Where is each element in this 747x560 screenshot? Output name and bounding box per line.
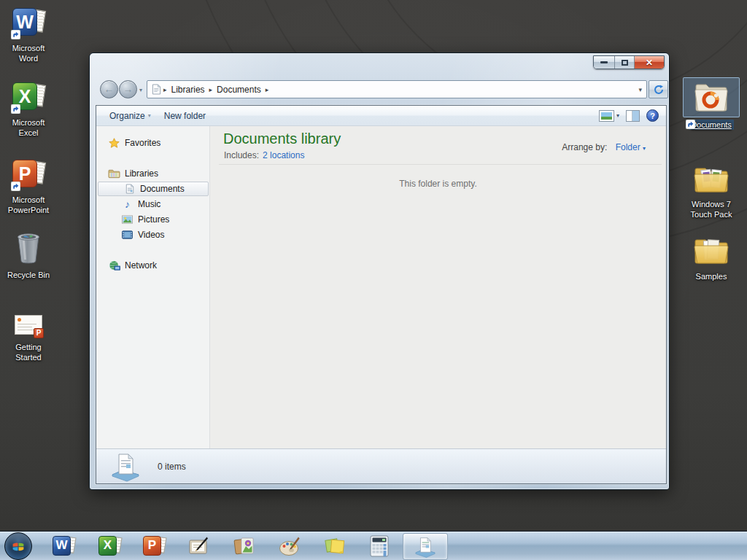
details-pane: 0 items bbox=[96, 448, 666, 483]
maximize-button[interactable] bbox=[615, 56, 635, 69]
calculator-icon bbox=[370, 535, 389, 557]
folder-contents-pane: Documents library Includes:2 locations A… bbox=[210, 126, 666, 448]
desktop-icon-documents[interactable]: Documents bbox=[683, 77, 740, 131]
desktop-icon-label: Microsoft Excel bbox=[3, 117, 54, 138]
desktop-icon-samples[interactable]: Samples bbox=[683, 232, 740, 282]
new-folder-button[interactable]: New folder bbox=[164, 111, 206, 121]
arrange-by-label: Arrange by: bbox=[562, 142, 607, 152]
sidebar-item-libraries[interactable]: Libraries bbox=[96, 166, 210, 181]
sidebar-item-label: Music bbox=[138, 199, 160, 209]
breadcrumb-separator: ▸ bbox=[207, 86, 215, 93]
header-divider bbox=[219, 164, 662, 165]
sidebar-item-label: Videos bbox=[138, 230, 164, 240]
shortcut-arrow-icon bbox=[11, 30, 20, 39]
library-title: Documents library bbox=[223, 131, 341, 147]
shortcut-arrow-icon bbox=[686, 120, 695, 129]
paint-icon bbox=[279, 536, 301, 556]
minimize-icon bbox=[600, 61, 608, 63]
sidebar-item-music[interactable]: ♪ Music bbox=[96, 197, 210, 211]
videos-icon bbox=[121, 230, 133, 239]
taskbar-powerpoint-button[interactable]: P bbox=[142, 534, 166, 558]
back-button[interactable]: ← bbox=[100, 80, 118, 98]
sidebar-item-label: Favorites bbox=[125, 138, 160, 148]
desktop-icon-label: Getting Started bbox=[3, 342, 54, 362]
address-bar[interactable]: ▸ Libraries ▸ Documents ▸ ▾ bbox=[147, 80, 647, 98]
desktop-icon-label: Microsoft PowerPoint bbox=[3, 195, 54, 215]
library-details-icon bbox=[109, 451, 142, 483]
desktop: W Microsoft Word X Microsoft Excel P Mic… bbox=[0, 0, 747, 560]
dropdown-icon: ▾ bbox=[643, 145, 646, 152]
dropdown-icon: ▾ bbox=[148, 112, 151, 119]
taskbar-explorer-button-active[interactable] bbox=[403, 533, 448, 560]
taskbar-calculator-button[interactable] bbox=[367, 534, 392, 558]
taskbar-journal-button[interactable] bbox=[186, 534, 211, 558]
sidebar-item-favorites[interactable]: Favorites bbox=[96, 136, 210, 150]
desktop-icon-microsoft-word[interactable]: W Microsoft Word bbox=[0, 4, 57, 64]
refresh-button[interactable] bbox=[649, 80, 668, 98]
sidebar-item-documents[interactable]: Documents bbox=[98, 182, 209, 196]
explorer-documents-icon bbox=[414, 535, 437, 559]
powerpoint-icon: P bbox=[11, 159, 46, 191]
sidebar-item-network[interactable]: Network bbox=[96, 258, 210, 273]
recent-pages-dropdown[interactable]: ▾ bbox=[139, 87, 142, 93]
close-button[interactable]: ✕ bbox=[635, 56, 664, 69]
taskbar-photo-gallery-button[interactable] bbox=[232, 534, 257, 558]
desktop-icon-windows7-touch-pack[interactable]: Windows 7 Touch Pack bbox=[683, 160, 740, 220]
taskbar-sticky-notes-button[interactable] bbox=[322, 534, 347, 558]
documents-folder-icon bbox=[692, 80, 730, 115]
close-icon: ✕ bbox=[646, 58, 653, 68]
sidebar-item-label: Libraries bbox=[125, 168, 158, 179]
pictures-icon bbox=[121, 215, 133, 224]
recycle-bin-icon bbox=[13, 230, 44, 265]
window-client-area: Organize ▾ New folder ▾ ? bbox=[96, 105, 667, 484]
arrange-by-value: Folder bbox=[616, 142, 640, 152]
excel-icon: X bbox=[11, 82, 46, 114]
windows-logo-icon bbox=[11, 540, 26, 553]
includes-label: Includes: bbox=[224, 150, 259, 160]
word-icon: W bbox=[51, 535, 76, 558]
minimize-button[interactable] bbox=[594, 56, 615, 69]
navigation-pane: Favorites Libraries Documents bbox=[96, 126, 210, 448]
library-includes: Includes:2 locations bbox=[224, 150, 304, 160]
shortcut-arrow-icon bbox=[11, 182, 20, 191]
taskbar: W X P bbox=[0, 531, 747, 560]
empty-folder-message: This folder is empty. bbox=[210, 179, 666, 189]
desktop-icon-getting-started[interactable]: P Getting Started bbox=[0, 312, 57, 363]
explorer-window: ✕ ← → ▾ ▸ Libraries ▸ Documents ▸ ▾ bbox=[89, 52, 670, 490]
getting-started-icon: P bbox=[13, 315, 44, 338]
organize-button[interactable]: Organize ▾ bbox=[109, 111, 151, 121]
maximize-icon bbox=[622, 60, 628, 66]
sidebar-item-label: Network bbox=[125, 260, 157, 271]
address-dropdown-icon[interactable]: ▾ bbox=[638, 86, 642, 93]
locations-link[interactable]: 2 locations bbox=[263, 150, 304, 160]
breadcrumb-separator: ▸ bbox=[161, 86, 169, 93]
help-button[interactable]: ? bbox=[646, 109, 659, 122]
help-icon: ? bbox=[650, 112, 655, 120]
sidebar-item-videos[interactable]: Videos bbox=[96, 228, 210, 242]
desktop-icon-recycle-bin[interactable]: Recycle Bin bbox=[0, 228, 57, 281]
network-globe-icon bbox=[108, 260, 120, 271]
location-doc-icon bbox=[152, 84, 161, 95]
desktop-icon-label: Recycle Bin bbox=[7, 270, 50, 280]
taskbar-excel-button[interactable]: X bbox=[97, 534, 122, 558]
desktop-icon-microsoft-powerpoint[interactable]: P Microsoft PowerPoint bbox=[0, 156, 57, 216]
taskbar-word-button[interactable]: W bbox=[51, 534, 76, 558]
sidebar-item-pictures[interactable]: Pictures bbox=[96, 212, 210, 227]
favorites-star-icon bbox=[108, 138, 120, 148]
breadcrumb-documents[interactable]: Documents bbox=[214, 85, 263, 95]
back-arrow-icon: ← bbox=[104, 83, 115, 95]
powerpoint-icon: P bbox=[142, 535, 166, 558]
preview-pane-button[interactable] bbox=[626, 110, 640, 122]
desktop-icon-microsoft-excel[interactable]: X Microsoft Excel bbox=[0, 79, 57, 139]
sidebar-item-label: Pictures bbox=[138, 214, 169, 225]
breadcrumb-libraries[interactable]: Libraries bbox=[169, 85, 207, 95]
command-bar: Organize ▾ New folder ▾ ? bbox=[96, 106, 666, 126]
samples-folder-icon bbox=[693, 235, 729, 267]
taskbar-paint-button[interactable] bbox=[277, 534, 302, 558]
item-count: 0 items bbox=[158, 462, 186, 472]
arrange-by-control[interactable]: Arrange by: Folder ▾ bbox=[562, 142, 646, 152]
start-button[interactable] bbox=[4, 532, 32, 560]
sticky-notes-icon bbox=[324, 536, 346, 556]
forward-button[interactable]: → bbox=[119, 80, 137, 98]
change-view-button[interactable]: ▾ bbox=[599, 110, 619, 122]
